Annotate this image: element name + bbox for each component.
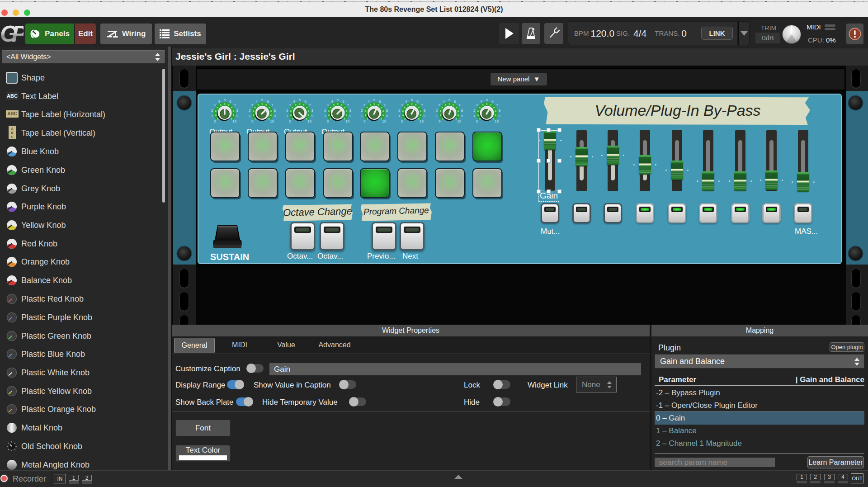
svg-text:2: 2 <box>211 109 213 113</box>
svg-text:5: 5 <box>299 98 301 102</box>
svg-text:7: 7 <box>347 103 349 107</box>
svg-text:9: 9 <box>349 114 351 118</box>
svg-text:9: 9 <box>236 114 238 118</box>
svg-text:1: 1 <box>473 114 476 118</box>
svg-text:GP: GP <box>1 23 24 45</box>
svg-text:9: 9 <box>461 114 463 118</box>
svg-text:10: 10 <box>270 119 274 123</box>
svg-text:0: 0 <box>214 119 216 123</box>
svg-text:4: 4 <box>218 99 220 104</box>
svg-text:4: 4 <box>255 99 258 104</box>
svg-text:4: 4 <box>368 99 370 104</box>
svg-text:6: 6 <box>454 99 456 104</box>
svg-text:6: 6 <box>491 99 494 104</box>
svg-text:9: 9 <box>498 114 500 118</box>
svg-text:0: 0 <box>251 119 254 123</box>
svg-text:1: 1 <box>249 114 251 118</box>
svg-text:7: 7 <box>271 103 274 107</box>
svg-text:5: 5 <box>224 98 226 102</box>
svg-text:7: 7 <box>383 103 386 107</box>
svg-text:0: 0 <box>363 119 366 123</box>
svg-text:4: 4 <box>293 99 295 104</box>
svg-text:1: 1 <box>211 114 213 118</box>
svg-text:4: 4 <box>331 99 333 104</box>
svg-text:5: 5 <box>337 98 339 102</box>
svg-text:3: 3 <box>288 103 291 107</box>
svg-text:3: 3 <box>213 103 216 107</box>
svg-text:9: 9 <box>274 114 276 118</box>
svg-text:2: 2 <box>324 109 326 113</box>
svg-text:5: 5 <box>373 98 376 102</box>
svg-text:0: 0 <box>289 119 291 123</box>
svg-text:3: 3 <box>476 103 478 107</box>
svg-text:3: 3 <box>363 103 365 107</box>
svg-text:10: 10 <box>345 119 349 123</box>
svg-text:5: 5 <box>448 98 451 102</box>
svg-text:2: 2 <box>436 109 438 113</box>
svg-text:6: 6 <box>342 99 344 104</box>
svg-text:4: 4 <box>443 99 445 104</box>
svg-text:10: 10 <box>420 119 424 123</box>
svg-text:1: 1 <box>324 114 326 118</box>
svg-text:6: 6 <box>304 99 307 104</box>
svg-text:8: 8 <box>386 109 388 113</box>
svg-text:10: 10 <box>457 119 461 123</box>
svg-text:2: 2 <box>473 109 476 113</box>
svg-text:3: 3 <box>438 103 440 107</box>
svg-text:7: 7 <box>458 103 461 107</box>
svg-text:6: 6 <box>379 99 381 104</box>
svg-text:8: 8 <box>236 109 239 113</box>
svg-text:8: 8 <box>499 109 501 113</box>
svg-text:7: 7 <box>421 103 423 107</box>
svg-text:0: 0 <box>327 119 329 123</box>
svg-text:10: 10 <box>232 119 236 123</box>
svg-text:8: 8 <box>349 109 352 113</box>
svg-text:9: 9 <box>423 114 425 118</box>
svg-text:5: 5 <box>411 98 413 102</box>
svg-text:10: 10 <box>382 119 386 123</box>
svg-text:2: 2 <box>361 109 363 113</box>
svg-text:9: 9 <box>386 114 388 118</box>
svg-text:6: 6 <box>229 99 231 104</box>
svg-text:10: 10 <box>307 119 311 123</box>
svg-text:5: 5 <box>486 98 488 102</box>
svg-text:7: 7 <box>234 103 236 107</box>
svg-text:2: 2 <box>398 109 401 113</box>
svg-text:1: 1 <box>361 114 363 118</box>
svg-text:4: 4 <box>480 99 482 104</box>
svg-text:10: 10 <box>495 119 499 123</box>
svg-text:2: 2 <box>286 109 288 113</box>
svg-text:2: 2 <box>249 109 251 113</box>
svg-text:9: 9 <box>311 114 313 118</box>
svg-text:0: 0 <box>401 119 403 123</box>
svg-text:0: 0 <box>476 119 478 123</box>
svg-text:1: 1 <box>286 114 288 118</box>
svg-text:6: 6 <box>416 99 419 104</box>
svg-text:5: 5 <box>261 98 264 102</box>
svg-text:6: 6 <box>267 99 269 104</box>
svg-text:1: 1 <box>398 114 401 118</box>
svg-text:8: 8 <box>424 109 426 113</box>
svg-text:3: 3 <box>251 103 253 107</box>
svg-text:8: 8 <box>311 109 314 113</box>
svg-text:0: 0 <box>439 119 441 123</box>
svg-text:8: 8 <box>274 109 276 113</box>
svg-text:8: 8 <box>461 109 463 113</box>
svg-text:3: 3 <box>401 103 403 107</box>
svg-text:7: 7 <box>309 103 311 107</box>
svg-text:4: 4 <box>405 99 407 104</box>
svg-text:3: 3 <box>326 103 329 107</box>
svg-text:7: 7 <box>496 103 498 107</box>
svg-text:1: 1 <box>436 114 438 118</box>
